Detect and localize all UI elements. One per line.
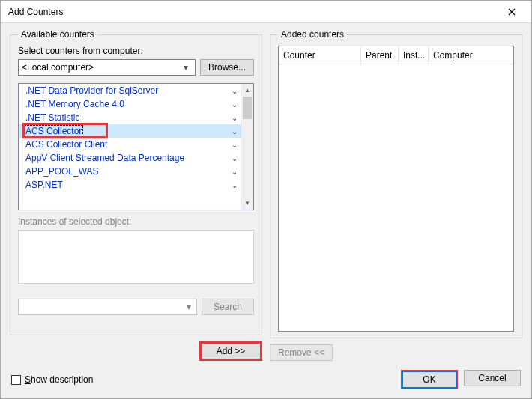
table-header: Counter Parent Inst... Computer bbox=[279, 46, 513, 64]
counter-item[interactable]: ACS Collector Client⌄ bbox=[19, 138, 241, 151]
search-button: SSearchearch bbox=[202, 299, 254, 315]
chevron-down-icon[interactable]: ⌄ bbox=[232, 168, 238, 176]
show-description-checkbox[interactable]: Show description bbox=[11, 374, 93, 385]
titlebar: Add Counters bbox=[1, 1, 531, 23]
col-inst[interactable]: Inst... bbox=[399, 46, 429, 64]
added-fieldset: Added counters Counter Parent Inst... Co… bbox=[270, 29, 522, 338]
chevron-down-icon[interactable]: ⌄ bbox=[232, 181, 238, 189]
added-table: Counter Parent Inst... Computer bbox=[278, 46, 514, 332]
add-counters-dialog: Add Counters Available counters Select c… bbox=[0, 0, 532, 399]
chevron-down-icon[interactable]: ⌄ bbox=[232, 100, 238, 109]
counter-item-selected[interactable]: ACS Collector⌄ bbox=[19, 124, 241, 138]
window-title: Add Counters bbox=[8, 7, 63, 17]
scroll-down-icon[interactable]: ▼ bbox=[241, 197, 253, 210]
available-fieldset: Available counters Select counters from … bbox=[10, 29, 262, 335]
available-legend: Available counters bbox=[18, 29, 97, 40]
counter-item[interactable]: .NET Memory Cache 4.0⌄ bbox=[19, 97, 241, 111]
col-parent[interactable]: Parent bbox=[361, 46, 399, 64]
close-icon bbox=[508, 8, 516, 16]
scrollbar[interactable]: ▲ ▼ bbox=[241, 84, 253, 210]
available-panel: Available counters Select counters from … bbox=[10, 29, 262, 361]
counter-item[interactable]: APP_POOL_WAS⌄ bbox=[19, 165, 241, 178]
chevron-down-icon[interactable]: ⌄ bbox=[232, 87, 238, 95]
counter-item[interactable]: .NET Data Provider for SqlServer⌄ bbox=[19, 84, 241, 97]
scroll-thumb[interactable] bbox=[243, 97, 252, 119]
show-description-label: Show description bbox=[25, 374, 93, 385]
computer-combo[interactable]: <Local computer> ▾ bbox=[18, 59, 196, 76]
ok-button[interactable]: OK bbox=[401, 370, 458, 389]
chevron-down-icon[interactable]: ⌄ bbox=[232, 154, 238, 162]
counter-item[interactable]: .NET Statistic⌄ bbox=[19, 111, 241, 124]
remove-button: Remove << bbox=[270, 344, 333, 361]
chevron-down-icon[interactable]: ⌄ bbox=[232, 127, 238, 135]
instances-list[interactable] bbox=[18, 230, 254, 284]
browse-button[interactable]: Browse... bbox=[200, 59, 254, 76]
checkbox-icon[interactable] bbox=[11, 375, 21, 385]
added-panel: Added counters Counter Parent Inst... Co… bbox=[270, 29, 522, 361]
close-button[interactable] bbox=[497, 1, 527, 22]
counter-item[interactable]: AppV Client Streamed Data Percentage⌄ bbox=[19, 151, 241, 165]
instance-combo: ▾ bbox=[18, 299, 197, 315]
col-computer[interactable]: Computer bbox=[429, 46, 513, 64]
chevron-down-icon[interactable]: ⌄ bbox=[232, 141, 238, 149]
counter-list-inner[interactable]: .NET Data Provider for SqlServer⌄ .NET M… bbox=[19, 84, 241, 210]
footer: Show description OK Cancel bbox=[1, 364, 531, 398]
computer-combo-value: <Local computer> bbox=[22, 62, 94, 73]
add-button[interactable]: Add >> bbox=[199, 341, 262, 361]
cancel-button[interactable]: Cancel bbox=[464, 370, 521, 386]
scroll-up-icon[interactable]: ▲ bbox=[241, 84, 253, 97]
select-computer-label: Select counters from computer: bbox=[18, 46, 254, 56]
chevron-down-icon: ▾ bbox=[183, 302, 195, 312]
chevron-down-icon: ▾ bbox=[180, 62, 192, 73]
col-counter[interactable]: Counter bbox=[279, 46, 361, 64]
content-area: Available counters Select counters from … bbox=[1, 23, 531, 364]
instances-label: Instances of selected object: bbox=[18, 216, 254, 227]
added-legend: Added counters bbox=[278, 29, 347, 40]
counter-list: .NET Data Provider for SqlServer⌄ .NET M… bbox=[18, 83, 254, 210]
counter-item[interactable]: ASP.NET⌄ bbox=[19, 178, 241, 192]
chevron-down-icon[interactable]: ⌄ bbox=[232, 114, 238, 122]
table-body[interactable] bbox=[279, 64, 513, 331]
